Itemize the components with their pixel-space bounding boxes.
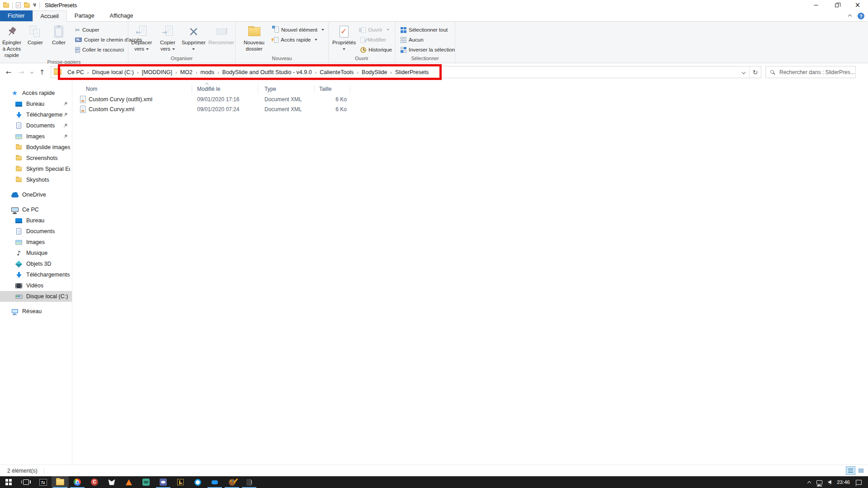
column-header-type[interactable]: Type bbox=[258, 85, 315, 93]
copy-to-button[interactable]: → Copier vers bbox=[156, 23, 179, 52]
breadcrumb-item[interactable]: Ce PC bbox=[65, 69, 87, 75]
thumbnails-view-button[interactable] bbox=[856, 466, 866, 475]
open-button[interactable]: Ouvrir bbox=[358, 25, 395, 35]
column-header-taille[interactable]: Taille bbox=[315, 85, 350, 93]
sidebar-item-telechargements[interactable]: Téléchargements bbox=[0, 109, 72, 120]
history-button[interactable]: Historique bbox=[358, 45, 395, 55]
sidebar-item-pc-documents[interactable]: Documents bbox=[0, 226, 72, 237]
taskbar-app-ccleaner[interactable] bbox=[86, 476, 103, 488]
address-dropdown-icon[interactable] bbox=[738, 66, 749, 78]
address-bar[interactable]: Ce PC› Disque local (C:)› [MODDING]› MO2… bbox=[51, 66, 761, 78]
breadcrumb-item[interactable]: BodySlide and Outfit Studio - v4.9.0 bbox=[220, 69, 315, 75]
breadcrumb-item[interactable]: SliderPresets bbox=[392, 69, 431, 75]
titlebar: ✓ SliderPresets × bbox=[0, 0, 868, 10]
sidebar-item-pc-bureau[interactable]: Bureau bbox=[0, 215, 72, 226]
breadcrumb-item[interactable]: Disque local (C:) bbox=[90, 69, 137, 75]
refresh-icon[interactable]: ↻ bbox=[749, 66, 761, 78]
tab-partage[interactable]: Partage bbox=[67, 10, 102, 21]
new-folder-qat-icon[interactable] bbox=[24, 3, 30, 8]
taskbar-app-file-explorer[interactable] bbox=[52, 476, 69, 488]
recent-locations-dropdown[interactable] bbox=[28, 71, 35, 73]
collapse-ribbon-icon[interactable] bbox=[848, 14, 852, 18]
ribbon-tabs: Fichier Accueil Partage Affichage ? bbox=[0, 10, 868, 22]
taskbar-app-gold-crest[interactable] bbox=[172, 476, 189, 488]
file-row[interactable]: Custom Curvy.xml 09/01/2020 07:24 Docume… bbox=[72, 104, 868, 114]
file-row[interactable]: Custom Curvy (outfit).xml 09/01/2020 17:… bbox=[72, 94, 868, 104]
action-center-icon[interactable] bbox=[856, 480, 862, 485]
paste-button[interactable]: Coller bbox=[47, 23, 71, 46]
sidebar-item-pc-telechargements[interactable]: Téléchargements bbox=[0, 269, 72, 280]
sidebar-item-skyshots[interactable]: Skyshots bbox=[0, 174, 72, 185]
details-view-button[interactable] bbox=[846, 466, 855, 475]
gold-crest-icon bbox=[177, 479, 184, 485]
sidebar-item-disque-local-c[interactable]: Disque local (C:) bbox=[0, 291, 72, 302]
sidebar-item-ce-pc[interactable]: Ce PC bbox=[0, 204, 72, 215]
properties-button[interactable]: ✓ Propriétés bbox=[330, 23, 358, 52]
breadcrumb-item[interactable]: BodySlide bbox=[359, 69, 390, 75]
taskbar-app-teal-robot[interactable] bbox=[137, 476, 155, 488]
sidebar-item-pc-objets-3d[interactable]: Objets 3D bbox=[0, 258, 72, 269]
properties-qat-icon[interactable]: ✓ bbox=[16, 2, 21, 8]
taskbar-app-blue-ring[interactable] bbox=[189, 476, 206, 488]
taskbar-app-dark-silhouette[interactable] bbox=[241, 476, 258, 488]
pin-to-quick-access-button[interactable]: Épingler à Accès rapide bbox=[0, 23, 24, 58]
breadcrumb-item[interactable]: mods bbox=[198, 69, 217, 75]
start-button[interactable] bbox=[0, 476, 17, 488]
taskbar-app-blue-badge[interactable] bbox=[206, 476, 223, 488]
taskbar-app-palette[interactable] bbox=[223, 476, 241, 488]
taskbar-app-discord[interactable] bbox=[155, 476, 172, 488]
sidebar-item-onedrive[interactable]: OneDrive bbox=[0, 189, 72, 200]
select-none-button[interactable]: Aucun bbox=[398, 35, 458, 45]
back-button[interactable]: ← bbox=[3, 66, 14, 78]
breadcrumb-item[interactable]: [MODDING] bbox=[139, 69, 175, 75]
up-button[interactable]: ↑ bbox=[36, 66, 48, 78]
column-header-nom[interactable]: Nom bbox=[72, 85, 192, 93]
restore-button[interactable] bbox=[826, 0, 847, 10]
sidebar-item-quick-access[interactable]: ★ Accès rapide bbox=[0, 88, 72, 99]
taskbar-app-7zip[interactable] bbox=[34, 476, 52, 488]
tab-affichage[interactable]: Affichage bbox=[102, 10, 141, 21]
minimize-button[interactable] bbox=[806, 0, 826, 10]
taskbar-app-vortex[interactable] bbox=[103, 476, 120, 488]
sidebar-item-documents[interactable]: Documents bbox=[0, 120, 72, 131]
new-folder-button[interactable]: Nouveau dossier bbox=[239, 23, 269, 52]
edit-button[interactable]: Modifier bbox=[358, 35, 395, 45]
sidebar-item-images[interactable]: Images bbox=[0, 131, 72, 142]
rename-button[interactable]: Renommer bbox=[208, 23, 235, 46]
breadcrumb-item[interactable]: CalienteTools bbox=[317, 69, 356, 75]
forward-button[interactable]: → bbox=[15, 66, 27, 78]
sidebar-item-pc-images[interactable]: Images bbox=[0, 237, 72, 248]
search-input[interactable] bbox=[766, 66, 855, 78]
move-to-button[interactable]: ← Déplacer vers bbox=[128, 23, 155, 52]
clock[interactable]: 23:46 bbox=[837, 479, 850, 485]
pin-icon bbox=[62, 133, 68, 140]
select-all-button[interactable]: Sélectionner tout bbox=[398, 25, 458, 35]
close-button[interactable]: × bbox=[847, 0, 868, 10]
invert-selection-button[interactable]: Inverser la sélection bbox=[398, 45, 458, 55]
sidebar-item-pc-musique[interactable]: ♪ Musique bbox=[0, 248, 72, 258]
sidebar-item-reseau[interactable]: Réseau bbox=[0, 306, 72, 317]
task-view-button[interactable] bbox=[17, 476, 34, 488]
sidebar-item-pc-videos[interactable]: Vidéos bbox=[0, 280, 72, 291]
quick-access-ribbon-button[interactable]: Accès rapide bbox=[271, 35, 327, 45]
customize-toolbar-icon[interactable] bbox=[33, 4, 36, 7]
sidebar-item-bureau[interactable]: Bureau bbox=[0, 99, 72, 109]
tab-accueil[interactable]: Accueil bbox=[33, 10, 67, 22]
column-header-modifie-le[interactable]: Modifié le bbox=[192, 85, 258, 93]
copy-button[interactable]: Copier bbox=[24, 23, 47, 46]
network-tray-icon[interactable] bbox=[816, 480, 822, 484]
new-item-button[interactable]: Nouvel élément bbox=[271, 25, 327, 35]
tab-fichier[interactable]: Fichier bbox=[0, 10, 33, 21]
sidebar-item-bodyslide-images[interactable]: Bodyslide images bbox=[0, 142, 72, 153]
discord-icon bbox=[160, 479, 167, 486]
sidebar-item-skyrim-special-edition[interactable]: Skyrim Special Editi bbox=[0, 164, 72, 174]
delete-button[interactable]: × Supprimer bbox=[180, 23, 207, 52]
sidebar-item-screenshots[interactable]: Screenshots bbox=[0, 153, 72, 164]
dropdown-caret-icon bbox=[315, 39, 317, 41]
tray-chevron-up-icon[interactable] bbox=[808, 480, 811, 484]
breadcrumb-item[interactable]: MO2 bbox=[178, 69, 195, 75]
taskbar-app-chrome[interactable] bbox=[69, 476, 86, 488]
speaker-icon[interactable] bbox=[828, 480, 831, 485]
taskbar-app-vlc[interactable] bbox=[120, 476, 137, 488]
help-icon[interactable]: ? bbox=[858, 13, 864, 19]
